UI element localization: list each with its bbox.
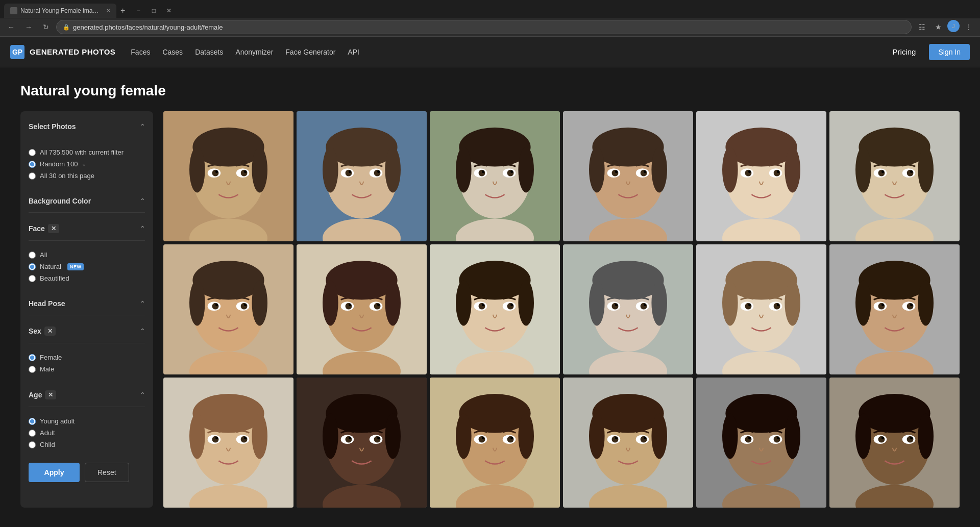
- photo-card[interactable]: [563, 111, 693, 241]
- photo-card[interactable]: [297, 244, 427, 374]
- minimize-button[interactable]: −: [131, 4, 145, 18]
- photo-card[interactable]: [297, 111, 427, 241]
- sex-male-option[interactable]: Male: [29, 363, 145, 375]
- reload-button[interactable]: ↻: [39, 20, 53, 34]
- photo-card[interactable]: [829, 378, 960, 508]
- svg-point-200: [745, 436, 752, 443]
- select-all-radio[interactable]: [29, 149, 36, 156]
- sex-male-radio[interactable]: [29, 366, 36, 373]
- photo-card[interactable]: [430, 111, 560, 241]
- svg-point-8: [212, 170, 219, 177]
- select-random-radio[interactable]: [29, 161, 36, 168]
- face-natural-radio[interactable]: [29, 263, 36, 270]
- sex-chevron: ⌃: [140, 328, 145, 335]
- select-photos-header[interactable]: Select Photos ⌃: [29, 119, 145, 134]
- close-window-button[interactable]: ✕: [162, 4, 176, 18]
- photo-card[interactable]: [430, 378, 560, 508]
- profile-icon[interactable]: J: [947, 20, 960, 32]
- svg-point-130: [748, 304, 751, 306]
- photo-card[interactable]: [696, 111, 826, 241]
- sex-female-radio[interactable]: [29, 354, 36, 361]
- age-adult-option[interactable]: Adult: [29, 427, 145, 439]
- photo-card[interactable]: [696, 378, 826, 508]
- age-child-option[interactable]: Child: [29, 439, 145, 450]
- face-header[interactable]: Face ✕ ⌃: [29, 221, 145, 236]
- apply-button[interactable]: Apply: [29, 463, 80, 482]
- face-natural-option[interactable]: Natural NEW: [29, 261, 145, 272]
- back-button[interactable]: ←: [4, 20, 18, 34]
- sex-header[interactable]: Sex ✕ ⌃: [29, 323, 145, 339]
- sex-section: Sex ✕ ⌃ Female Male: [29, 323, 145, 379]
- svg-point-52: [722, 147, 738, 192]
- select-photos-label: Select Photos: [29, 122, 76, 131]
- select-random-option[interactable]: Random 100 ⌄: [29, 158, 145, 170]
- nav-cases[interactable]: Cases: [162, 48, 183, 56]
- svg-point-203: [777, 437, 779, 439]
- tab-close-icon[interactable]: ✕: [106, 8, 110, 13]
- select-photos-options: All 735,500 with current filter Random 1…: [29, 142, 145, 186]
- svg-point-105: [507, 303, 514, 310]
- background-color-header[interactable]: Background Color ⌃: [29, 194, 145, 208]
- age-adult-radio[interactable]: [29, 430, 36, 437]
- select-page-option[interactable]: All 30 on this page: [29, 170, 145, 182]
- dropdown-indicator[interactable]: ⌄: [82, 161, 86, 167]
- svg-point-148: [189, 413, 205, 459]
- age-young-adult-option[interactable]: Young adult: [29, 415, 145, 427]
- svg-point-11: [244, 170, 247, 173]
- address-bar[interactable]: 🔒 generated.photos/faces/natural/young-a…: [56, 20, 912, 34]
- svg-point-136: [855, 280, 871, 325]
- svg-point-202: [748, 437, 751, 439]
- photo-card[interactable]: [829, 111, 960, 241]
- nav-face-generator[interactable]: Face Generator: [285, 48, 335, 56]
- svg-point-190: [615, 437, 618, 439]
- select-all-option[interactable]: All 735,500 with current filter: [29, 146, 145, 158]
- svg-point-155: [244, 437, 247, 439]
- extensions-icon[interactable]: ☷: [915, 20, 929, 34]
- photo-card[interactable]: [563, 378, 693, 508]
- svg-point-64: [855, 147, 871, 192]
- pricing-button[interactable]: Pricing: [885, 43, 924, 60]
- photo-card[interactable]: [297, 378, 427, 508]
- photo-card[interactable]: [563, 244, 693, 374]
- logo-text: GENERATED PHOTOS: [30, 47, 115, 56]
- bookmark-icon[interactable]: ★: [931, 20, 945, 34]
- photo-card[interactable]: [163, 111, 293, 241]
- svg-point-172: [456, 413, 472, 459]
- photo-card[interactable]: [696, 244, 826, 374]
- nav-anonymizer[interactable]: Anonymizer: [235, 48, 273, 56]
- nav-faces[interactable]: Faces: [131, 48, 150, 56]
- svg-point-128: [745, 303, 752, 310]
- face-beautified-option[interactable]: Beautified: [29, 272, 145, 284]
- photo-card[interactable]: [430, 244, 560, 374]
- svg-point-76: [189, 280, 205, 325]
- photo-card[interactable]: [829, 244, 960, 374]
- photo-card[interactable]: [163, 378, 293, 508]
- svg-point-161: [385, 413, 401, 459]
- maximize-button[interactable]: □: [146, 4, 161, 18]
- age-child-radio[interactable]: [29, 441, 36, 448]
- forward-button[interactable]: →: [21, 20, 36, 34]
- face-all-radio[interactable]: [29, 252, 36, 259]
- svg-point-34: [482, 170, 484, 173]
- svg-point-197: [785, 413, 800, 459]
- age-header[interactable]: Age ✕ ⌃: [29, 387, 145, 403]
- reset-button[interactable]: Reset: [85, 463, 129, 482]
- menu-icon[interactable]: ⋮: [962, 20, 976, 34]
- face-all-option[interactable]: All: [29, 249, 145, 261]
- photo-card[interactable]: [163, 244, 293, 374]
- svg-point-179: [510, 437, 513, 439]
- nav-api[interactable]: API: [348, 48, 359, 56]
- face-beautified-radio[interactable]: [29, 275, 36, 282]
- age-young-adult-radio[interactable]: [29, 418, 36, 425]
- select-page-radio[interactable]: [29, 172, 36, 180]
- signin-button[interactable]: Sign In: [929, 44, 970, 60]
- sex-active-tag: ✕: [44, 327, 56, 336]
- svg-point-9: [241, 170, 248, 177]
- main-layout: Select Photos ⌃ All 735,500 with current…: [20, 111, 960, 508]
- sex-female-option[interactable]: Female: [29, 352, 145, 363]
- nav-datasets[interactable]: Datasets: [195, 48, 223, 56]
- browser-tab[interactable]: Natural Young Female images | ✕: [4, 4, 116, 18]
- age-options: Young adult Adult Child: [29, 411, 145, 455]
- head-pose-header[interactable]: Head Pose ⌃: [29, 296, 145, 311]
- new-tab-button[interactable]: +: [116, 4, 129, 17]
